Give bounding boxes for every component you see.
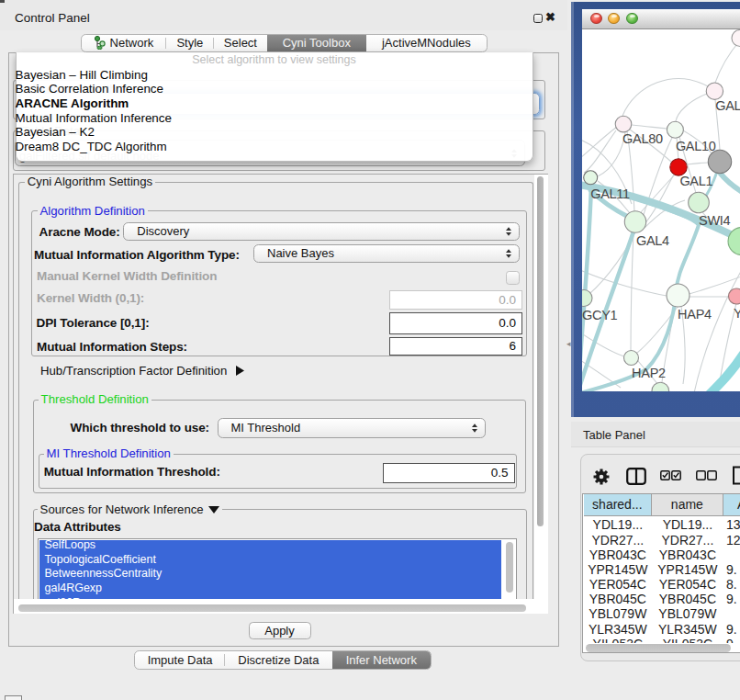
table-row[interactable]: YDL19...YDL19...13: [583, 517, 740, 532]
float-window-icon[interactable]: [533, 14, 543, 23]
settings-vscrollbar-thumb[interactable]: [537, 176, 544, 526]
kernel-width-field[interactable]: 0.0: [389, 290, 522, 310]
network-node[interactable]: [670, 158, 687, 175]
network-node[interactable]: [624, 350, 639, 365]
zoom-traffic-light-icon[interactable]: [626, 13, 637, 24]
table-cell: 9.: [726, 562, 740, 577]
network-edge: [676, 94, 707, 121]
dpi-tolerance-value: 0.0: [499, 316, 516, 330]
tab-impute-data[interactable]: Impute Data: [135, 651, 225, 668]
network-node-label: HAP4: [678, 307, 712, 322]
tab-jactivemnodules[interactable]: jActiveMNodules: [366, 35, 487, 52]
table-panel-title: Table Panel: [583, 428, 645, 442]
network-node[interactable]: [667, 121, 683, 138]
which-threshold-combobox[interactable]: MI Threshold: [218, 418, 486, 439]
threshold-definition-title: Threshold Definition: [39, 393, 151, 406]
network-edge: [632, 125, 667, 129]
list-scrollbar-thumb[interactable]: [506, 542, 514, 593]
dropdown-item[interactable]: Basic Correlation Inference: [16, 82, 164, 96]
network-edge: [622, 78, 708, 115]
settings-hscrollbar-thumb[interactable]: [18, 604, 526, 613]
mi-steps-label: Mutual Information Steps:: [37, 340, 187, 354]
network-window-titlebar[interactable]: [582, 9, 740, 29]
tab-infer-network[interactable]: Infer Network: [332, 651, 431, 668]
apply-button[interactable]: Apply: [249, 622, 311, 640]
network-node[interactable]: [708, 150, 731, 173]
network-node-label: GCY1: [582, 308, 618, 322]
sources-title-label: Sources for Network Inference: [40, 503, 204, 516]
sources-group-title[interactable]: Sources for Network Inference: [38, 503, 222, 516]
table-column-header[interactable]: A: [723, 494, 740, 515]
dropdown-item[interactable]: Mutual Information Inference: [16, 111, 172, 126]
table-hscrollbar-thumb[interactable]: [586, 644, 731, 652]
kernel-width-label: Kernel Width (0,1):: [37, 291, 144, 305]
split-columns-icon[interactable]: [626, 468, 646, 485]
tab-discretize-data[interactable]: Discretize Data: [225, 651, 331, 668]
mit-field[interactable]: 0.5: [383, 463, 515, 484]
dpi-tolerance-label: DPI Tolerance [0,1]:: [37, 316, 150, 330]
data-attributes-label: Data Attributes: [34, 520, 121, 534]
dropdown-item[interactable]: Bayesian – Hill Climbing: [16, 68, 148, 83]
close-icon[interactable]: ✖: [545, 10, 555, 24]
mi-steps-value: 6: [509, 339, 516, 353]
network-edge: [687, 163, 709, 164]
table-row[interactable]: YLR345WYLR345W9.: [583, 621, 740, 636]
tab-network-label: Network: [110, 36, 154, 50]
checked-pair-icon[interactable]: [660, 470, 681, 480]
tab-jactivemnodules-label: jActiveMNodules: [382, 36, 471, 50]
gear-icon[interactable]: [593, 469, 610, 485]
combo-arrows-icon: [506, 227, 511, 236]
minimize-traffic-light-icon[interactable]: [608, 13, 619, 24]
table-cell: YDL19...: [584, 517, 653, 532]
dpi-tolerance-field[interactable]: 0.0: [389, 312, 523, 334]
tab-cyni-toolbox[interactable]: Cyni Toolbox: [267, 35, 366, 52]
cytopanel-mini-button[interactable]: [5, 695, 22, 700]
network-node[interactable]: [584, 170, 598, 184]
table-cell: YBR045C: [584, 592, 653, 606]
network-node[interactable]: [624, 210, 645, 231]
table-column-header[interactable]: shared...: [584, 494, 653, 515]
tab-select[interactable]: Select: [214, 35, 267, 52]
attribute-item[interactable]: SelfLoops: [45, 538, 96, 552]
network-node[interactable]: [732, 29, 740, 46]
unchecked-pair-icon[interactable]: [696, 470, 717, 480]
table-row[interactable]: YPR145WYPR145W9.: [583, 562, 740, 577]
dropdown-item[interactable]: ARACNE Algorithm: [16, 96, 129, 111]
network-node[interactable]: [689, 192, 710, 213]
tab-network[interactable]: Network: [82, 35, 166, 52]
table-row[interactable]: YER054CYER054C8.: [583, 577, 740, 592]
table-column-header[interactable]: name: [652, 494, 723, 515]
tab-style[interactable]: Style: [166, 35, 214, 52]
network-node[interactable]: [729, 288, 740, 304]
network-edge: [582, 270, 667, 296]
control-panel-tabs: Network Style Select Cyni Toolbox jActiv…: [81, 34, 488, 53]
splitpane-collapse-icon[interactable]: ◂: [566, 339, 571, 348]
network-node[interactable]: [706, 83, 723, 99]
table-row[interactable]: YBL079WYBL079W: [583, 606, 740, 621]
file-icon[interactable]: [732, 466, 740, 485]
hub-expander[interactable]: Hub/Transcription Factor Definition: [40, 364, 244, 378]
network-node[interactable]: [667, 284, 690, 307]
data-attributes-list[interactable]: SelfLoopsTopologicalCoefficientBetweenne…: [38, 538, 517, 604]
network-window-frame-highlight: [571, 2, 574, 417]
table-row[interactable]: YBR045CYBR045C9.: [583, 592, 740, 606]
table-cell: 9.: [726, 592, 740, 606]
attribute-item[interactable]: TopologicalCoefficient: [45, 553, 156, 568]
table-row[interactable]: YDR27...YDR27...12: [583, 533, 740, 548]
mi-type-combobox[interactable]: Naive Bayes: [253, 244, 520, 263]
close-traffic-light-icon[interactable]: [590, 13, 601, 24]
dropdown-item[interactable]: Bayesian – K2: [16, 125, 95, 140]
attribute-item[interactable]: BetweennessCentrality: [45, 567, 163, 581]
tab-select-label: Select: [224, 36, 257, 50]
network-edge-highlighted: [720, 173, 740, 193]
network-node[interactable]: [615, 116, 632, 132]
network-node[interactable]: [652, 382, 669, 391]
mi-steps-field[interactable]: 6: [389, 337, 523, 356]
dropdown-item[interactable]: Dream8 DC_TDC Algorithm: [16, 140, 167, 154]
attribute-item[interactable]: gal4RGexp: [45, 581, 103, 596]
network-node-label: SWI4: [699, 212, 730, 227]
network-canvas[interactable]: GAL7GAL80GAL10GAL1GAL11SWI4GAL4HAP4YGCY1…: [582, 29, 740, 392]
manual-kernel-checkbox[interactable]: [506, 271, 520, 285]
table-row[interactable]: YBR043CYBR043C: [583, 548, 740, 562]
aracne-mode-combobox[interactable]: Discovery: [123, 222, 520, 241]
